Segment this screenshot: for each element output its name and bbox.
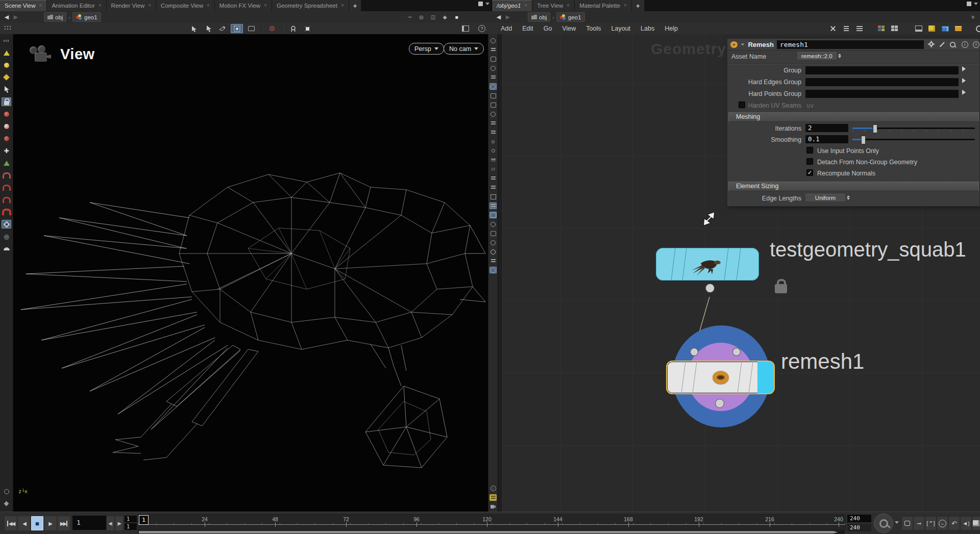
- set-key-button[interactable]: [874, 514, 893, 533]
- menu-edit[interactable]: Edit: [518, 25, 538, 32]
- no-select-icon[interactable]: [489, 65, 497, 71]
- lock-tool-icon[interactable]: [2, 97, 11, 106]
- stop-button[interactable]: ■: [31, 516, 44, 531]
- list-icon[interactable]: [854, 24, 864, 33]
- camera-select-button[interactable]: No cam: [444, 43, 484, 55]
- back-icon[interactable]: ◀: [3, 14, 10, 20]
- spinner-icon[interactable]: [838, 54, 841, 58]
- cone-tool-icon[interactable]: [2, 48, 11, 57]
- secure-selection-icon[interactable]: [231, 24, 243, 33]
- chevron-down-icon[interactable]: [741, 43, 744, 45]
- breadcrumb-geo1[interactable]: geo1: [556, 12, 585, 22]
- help-icon[interactable]: ?: [476, 24, 488, 33]
- green-box-icon[interactable]: [489, 230, 497, 237]
- node-name-field[interactable]: remesh1: [777, 40, 924, 49]
- maximize-pane-icon[interactable]: [478, 2, 483, 6]
- step-back-button[interactable]: ◀: [17, 516, 31, 531]
- tab-motion-fx-view[interactable]: Motion FX View×: [215, 0, 272, 11]
- scene-viewport[interactable]: View Persp No cam z└x: [13, 34, 488, 512]
- menu-layout[interactable]: Layout: [607, 25, 635, 32]
- playback-range-bar[interactable]: [138, 530, 845, 534]
- tab-material-palette[interactable]: Material Palette×: [575, 0, 632, 11]
- badge-icon[interactable]: [287, 24, 299, 33]
- close-icon[interactable]: ×: [524, 3, 527, 8]
- display-eye-icon[interactable]: [2, 487, 11, 496]
- hook-icon[interactable]: [489, 157, 497, 163]
- close-icon[interactable]: ×: [39, 3, 42, 8]
- shelf-star-icon[interactable]: [2, 499, 11, 508]
- breadcrumb-obj[interactable]: obj: [528, 12, 550, 22]
- point-display-icon[interactable]: [489, 101, 497, 108]
- info-circle-icon[interactable]: i: [489, 485, 497, 492]
- hard-edges-group-field[interactable]: [805, 78, 959, 86]
- pane-menu-icon[interactable]: [485, 3, 489, 5]
- dome-tool-icon[interactable]: [2, 244, 11, 253]
- remesh-input1-connector[interactable]: [691, 348, 698, 355]
- playhead[interactable]: 1: [139, 515, 149, 525]
- step-size-field-b[interactable]: 1: [125, 523, 137, 530]
- normal-display-icon[interactable]: [489, 111, 497, 117]
- viewport-camera-icon[interactable]: [489, 503, 497, 510]
- follow-playhead-button[interactable]: ➞: [913, 516, 925, 530]
- select-arrow-icon[interactable]: [2, 85, 11, 94]
- back-icon[interactable]: ◀: [495, 14, 502, 20]
- menu-go[interactable]: Go: [539, 25, 557, 32]
- settings-box-icon[interactable]: [301, 24, 313, 33]
- prim-snap-icon[interactable]: [489, 221, 497, 227]
- toolbar-grip[interactable]: [4, 26, 11, 32]
- node-testgeometry-squab1[interactable]: [656, 248, 759, 281]
- range-end-field-a[interactable]: 240: [847, 515, 871, 522]
- select-tool-icon[interactable]: [202, 24, 214, 33]
- asset-name-value[interactable]: remesh::2.0: [797, 52, 841, 60]
- remesh-input2-connector[interactable]: [733, 348, 740, 355]
- use-input-points-checkbox[interactable]: [806, 147, 813, 154]
- radial-menu-icon[interactable]: ◎: [418, 13, 425, 21]
- jump-start-button[interactable]: ◀◀: [4, 516, 17, 531]
- multi-snap-icon[interactable]: [489, 212, 497, 218]
- view-eye-icon[interactable]: [489, 37, 497, 44]
- white-square-icon[interactable]: ■: [453, 13, 460, 21]
- frame-inc-button[interactable]: |▶: [115, 516, 124, 531]
- close-icon[interactable]: ×: [148, 3, 151, 8]
- magnifier-icon[interactable]: [949, 41, 958, 48]
- persp-view-button[interactable]: Persp: [409, 43, 444, 55]
- iterations-slider[interactable]: [727, 124, 980, 132]
- slider-knob[interactable]: [861, 136, 866, 144]
- slate-icon[interactable]: [489, 258, 497, 264]
- terrain-tool-icon[interactable]: [2, 159, 11, 167]
- select-visible-icon[interactable]: [489, 46, 497, 53]
- brush-icon[interactable]: [938, 41, 946, 48]
- current-frame-field[interactable]: 1: [72, 516, 108, 530]
- find-icon[interactable]: [974, 24, 980, 33]
- tab-animation-editor[interactable]: Animation Editor×: [47, 0, 106, 11]
- close-icon[interactable]: ×: [567, 3, 570, 8]
- lock-view-icon[interactable]: [489, 56, 497, 62]
- close-icon[interactable]: ×: [99, 3, 102, 8]
- new-tab-button[interactable]: +: [349, 0, 362, 11]
- reselect-arrow-icon[interactable]: [962, 90, 966, 95]
- dot-a-icon[interactable]: [489, 138, 497, 145]
- smoothing-slider[interactable]: [727, 135, 980, 143]
- tools-cross-icon[interactable]: [828, 24, 838, 33]
- maximize-pane-icon[interactable]: [967, 2, 971, 6]
- layer-icon[interactable]: [489, 184, 497, 191]
- meshing-section-header[interactable]: Meshing: [728, 112, 979, 122]
- forward-icon[interactable]: ▶: [12, 14, 19, 20]
- pane-splitter[interactable]: [498, 34, 503, 512]
- audio-button[interactable]: ◄): [960, 516, 972, 530]
- range-end-field-b[interactable]: 240: [847, 524, 871, 531]
- paint-sphere-icon[interactable]: [2, 110, 11, 118]
- shade-drop-icon[interactable]: ◆: [441, 13, 449, 21]
- element-sizing-section-header[interactable]: Element Sizing: [728, 182, 979, 191]
- snapshot-tool-icon[interactable]: [245, 24, 257, 33]
- snap-cube-icon[interactable]: ◫: [429, 13, 437, 21]
- close-icon[interactable]: ×: [264, 3, 267, 8]
- view-tool-icon[interactable]: [188, 24, 200, 33]
- menu-add[interactable]: Add: [496, 25, 517, 32]
- tab-scene-view[interactable]: Scene View×: [0, 0, 47, 11]
- sticky-note-icon[interactable]: [927, 24, 937, 33]
- color-palette-grid-icon[interactable]: [876, 24, 886, 33]
- sculpt-sphere-icon[interactable]: [2, 122, 11, 131]
- recompute-normals-checkbox[interactable]: ✓: [806, 169, 813, 176]
- spinner-icon[interactable]: [847, 195, 850, 200]
